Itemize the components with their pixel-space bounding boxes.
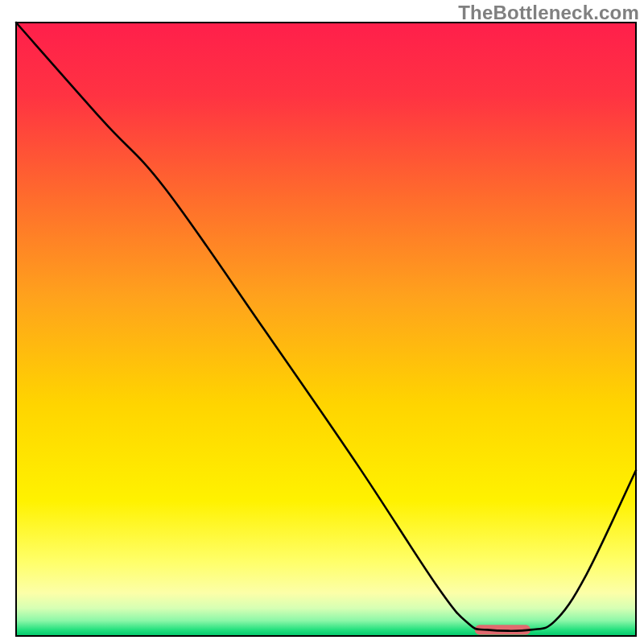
bottleneck-chart	[0, 0, 644, 644]
plot-background	[16, 23, 636, 636]
chart-stage: TheBottleneck.com	[0, 0, 644, 644]
watermark-text: TheBottleneck.com	[458, 2, 639, 24]
